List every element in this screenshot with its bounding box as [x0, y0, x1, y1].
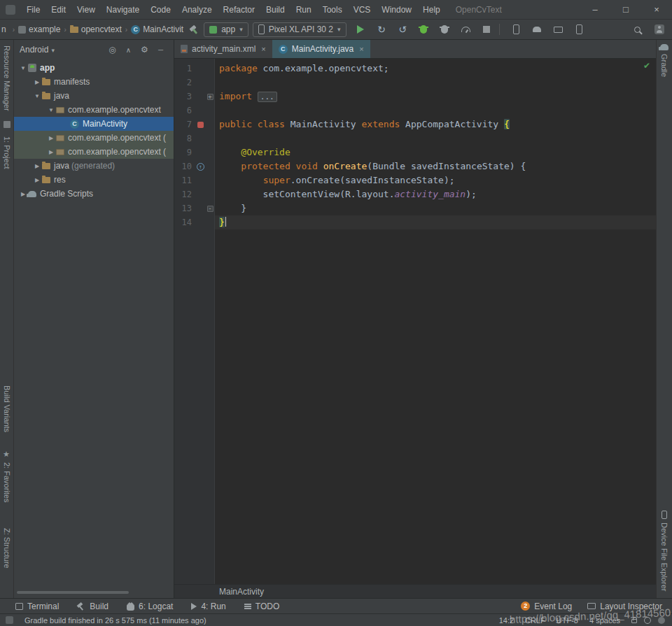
search-button[interactable] — [631, 24, 643, 36]
tree-row-com-example-opencvtext[interactable]: com.example.opencvtext ( — [14, 145, 174, 159]
toolwindow-2-favorites[interactable]: 2: Favorites — [3, 462, 11, 502]
debug-button[interactable] — [418, 24, 430, 36]
run-config-select[interactable]: app — [204, 22, 248, 37]
toolwindow-todo[interactable]: TODO — [244, 602, 279, 611]
chevron-down-icon[interactable] — [46, 107, 56, 113]
lock-icon[interactable] — [631, 619, 637, 623]
maximize-button[interactable]: □ — [610, 4, 641, 15]
close-button[interactable]: × — [641, 4, 672, 15]
menu-vcs[interactable]: VCS — [348, 3, 377, 17]
hide-icon[interactable] — [153, 45, 168, 55]
minimize-button[interactable]: – — [580, 4, 610, 15]
menu-build[interactable]: Build — [260, 3, 290, 17]
toolwindow-gradle[interactable]: Gradle — [657, 44, 672, 77]
device-stream-button[interactable] — [573, 24, 585, 36]
toolwindow-z-structure[interactable]: Z: Structure — [3, 528, 11, 568]
tab-activity-main-xml[interactable]: activity_main.xml × — [174, 40, 272, 58]
apply-changes-button[interactable]: ↻ — [376, 24, 388, 36]
breadcrumb-item-mainactivit[interactable]: MainActivit — [130, 24, 185, 35]
file-encoding[interactable]: UTF-8 — [556, 616, 578, 625]
toolwindow-resource-manager[interactable]: Resource Manager — [3, 45, 11, 111]
chevron-right-icon[interactable] — [32, 79, 42, 85]
chevron-down-icon[interactable] — [18, 65, 28, 71]
notifications-icon[interactable] — [658, 617, 665, 624]
caret-position[interactable]: 14:2 — [499, 616, 514, 625]
menu-view[interactable]: View — [71, 3, 101, 17]
breadcrumb-class[interactable]: MainActivity — [219, 587, 264, 597]
settings-icon[interactable] — [137, 45, 152, 55]
gradle-icon — [28, 191, 36, 197]
profile-button[interactable] — [460, 24, 472, 36]
project-view-selector[interactable]: Android — [20, 45, 48, 55]
chevron-right-icon[interactable] — [46, 149, 56, 155]
device-select[interactable]: Pixel XL API 30 2 — [253, 22, 346, 37]
line-separator[interactable]: CRLF — [525, 616, 545, 625]
toolwindow-switcher-icon[interactable] — [6, 616, 13, 624]
toolwindow-1-project[interactable]: 1: Project — [3, 136, 11, 169]
highlight-icon[interactable] — [644, 617, 651, 624]
tree-row-gradle-scripts[interactable]: Gradle Scripts — [14, 187, 174, 201]
tree-row-app[interactable]: app — [14, 61, 174, 75]
horizontal-scrollbar[interactable] — [17, 591, 129, 594]
run-button[interactable] — [355, 24, 367, 36]
fold-marker-plus[interactable] — [207, 94, 214, 100]
star-icon[interactable] — [3, 450, 10, 459]
tree-row-manifests[interactable]: manifests — [14, 75, 174, 89]
sdk-manager-button[interactable] — [531, 24, 543, 36]
stop-button[interactable] — [481, 24, 493, 36]
close-icon[interactable]: × — [261, 45, 265, 53]
code-editor[interactable]: 12367891011121314 package com.example.op… — [174, 59, 656, 584]
locate-icon[interactable] — [105, 45, 120, 55]
tree-row-com-example-opencvtext[interactable]: com.example.opencvtext — [14, 103, 174, 117]
bookmark-icon[interactable] — [4, 121, 10, 128]
inspections-ok-icon[interactable]: ✔ — [643, 61, 650, 71]
toolwindow-event-log[interactable]: 2Event Log — [521, 602, 572, 611]
tree-row-res[interactable]: res — [14, 173, 174, 187]
breadcrumb-item-example[interactable]: example — [17, 24, 62, 35]
toolwindow-layout-inspector[interactable]: Layout Inspector — [587, 602, 662, 611]
apply-code-changes-button[interactable]: ↺ — [397, 24, 409, 36]
chevron-down-icon[interactable] — [32, 93, 42, 99]
menu-help[interactable]: Help — [417, 3, 446, 17]
toolwindow-4-run[interactable]: 4: Run — [191, 602, 225, 611]
device-manager-button[interactable] — [510, 24, 522, 36]
tab-mainactivity-java[interactable]: MainActivity.java × — [272, 40, 370, 58]
menu-code[interactable]: Code — [145, 3, 176, 17]
tree-row-mainactivity[interactable]: MainActivity — [14, 117, 174, 131]
toolwindow-6-logcat[interactable]: 6: Logcat — [127, 602, 173, 611]
menu-edit[interactable]: Edit — [46, 3, 71, 17]
menu-navigate[interactable]: Navigate — [101, 3, 145, 17]
toolwindow-label: Layout Inspector — [600, 602, 662, 611]
profile-avatar-button[interactable] — [653, 24, 665, 36]
close-icon[interactable]: × — [359, 45, 363, 53]
tree-row-java[interactable]: java (generated) — [14, 159, 174, 173]
chevron-right-icon[interactable] — [32, 163, 42, 169]
menu-tools[interactable]: Tools — [317, 3, 348, 17]
indent-setting[interactable]: 4 spaces — [589, 616, 620, 625]
fold-marker-minus[interactable] — [207, 206, 214, 212]
collapse-icon[interactable] — [121, 45, 136, 55]
chevron-right-icon[interactable] — [32, 177, 42, 183]
menu-run[interactable]: Run — [290, 3, 317, 17]
breadcrumb-item-opencvtext[interactable]: opencvtext — [69, 24, 123, 35]
gutter-row: 1 — [174, 62, 214, 76]
override-gutter-icon[interactable] — [197, 163, 204, 171]
toolwindow-build[interactable]: Build — [77, 602, 108, 611]
tree-row-java[interactable]: java — [14, 89, 174, 103]
menu-file[interactable]: File — [21, 3, 46, 17]
chevron-right-icon[interactable] — [46, 135, 56, 141]
menu-refactor[interactable]: Refactor — [218, 3, 260, 17]
layout-inspector-button[interactable] — [552, 24, 564, 36]
menu-analyze[interactable]: Analyze — [176, 3, 218, 17]
toolwindow-build-variants[interactable]: Build Variants — [3, 385, 11, 432]
build-hammer-icon[interactable] — [189, 24, 200, 35]
menu-window[interactable]: Window — [376, 3, 417, 17]
tree-row-com-example-opencvtext[interactable]: com.example.opencvtext ( — [14, 131, 174, 145]
code-line: super.onCreate(savedInstanceState); — [215, 173, 656, 187]
toolwindow-terminal[interactable]: Terminal — [15, 602, 59, 611]
attach-debugger-button[interactable] — [439, 24, 451, 36]
status-bar: Gradle build finished in 26 s 575 ms (11… — [0, 613, 672, 626]
toolwindow-device-file-explorer[interactable]: Device File Explorer — [657, 511, 672, 591]
status-message[interactable]: Gradle build finished in 26 s 575 ms (11… — [24, 616, 488, 625]
class-gutter-icon[interactable] — [197, 122, 204, 128]
